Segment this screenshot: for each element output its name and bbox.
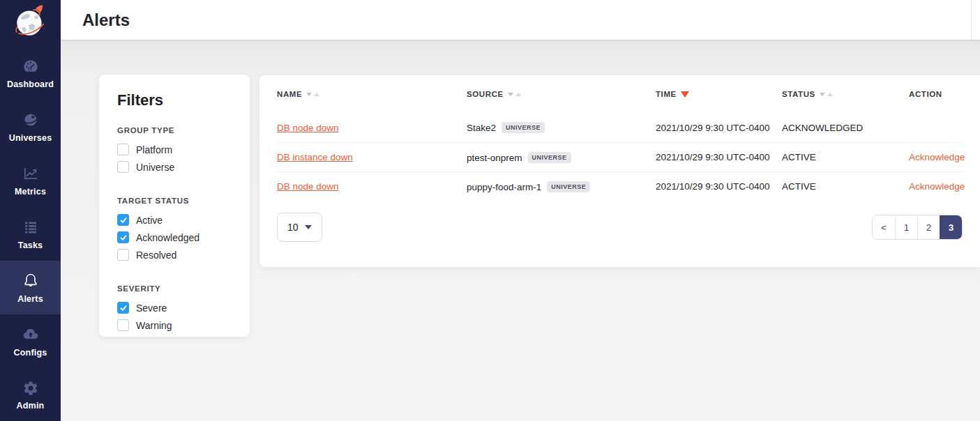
sidebar-item-universes[interactable]: Universes <box>0 100 61 153</box>
checkbox-checked[interactable] <box>117 231 129 243</box>
filter-section-label: SEVERITY <box>117 284 232 293</box>
sidebar-item-label: Admin <box>17 401 45 411</box>
filters-panel: Filters GROUP TYPE Platform Universe TAR… <box>99 75 250 337</box>
filter-option-label: Universe <box>136 162 174 173</box>
table-header-row: NAME SOURCE TIME STATUS ACTION <box>277 75 963 113</box>
sidebar-item-label: Alerts <box>17 294 43 304</box>
line-chart-icon <box>22 164 40 183</box>
alert-time: 2021/10/29 9:30 UTC-0400 <box>656 152 782 162</box>
sort-icons <box>306 93 319 96</box>
pagination-page-1-button[interactable]: 1 <box>895 215 917 239</box>
pagination-page-2-button[interactable]: 2 <box>917 215 940 239</box>
column-header-label: NAME <box>277 90 302 98</box>
checkbox-unchecked[interactable] <box>117 144 129 155</box>
pagination-page-3-button[interactable]: 3 <box>940 215 962 239</box>
sidebar-item-tasks[interactable]: Tasks <box>0 207 61 261</box>
page-title: Alerts <box>82 10 130 30</box>
acknowledge-link[interactable]: Acknowledge <box>909 152 965 162</box>
sidebar-item-label: Configs <box>14 348 47 358</box>
content-area: Filters GROUP TYPE Platform Universe TAR… <box>61 40 980 421</box>
filter-option-label: Active <box>136 215 163 226</box>
topbar-divider <box>971 0 972 40</box>
filter-option-active[interactable]: Active <box>117 214 232 226</box>
bell-icon <box>22 272 40 290</box>
filter-option-label: Platform <box>136 144 172 155</box>
column-header-source[interactable]: SOURCE <box>467 90 656 98</box>
filter-section-target-status: TARGET STATUS Active Acknowledged Resolv… <box>117 197 232 261</box>
filter-option-label: Acknowledged <box>136 232 199 243</box>
sidebar-item-label: Universes <box>9 133 52 143</box>
sidebar-item-dashboard[interactable]: Dashboard <box>0 46 61 100</box>
sort-icons <box>820 93 833 96</box>
filter-option-severe[interactable]: Severe <box>117 302 232 314</box>
filter-section-severity: SEVERITY Severe Warning <box>117 284 232 331</box>
sidebar: Dashboard Universes Metrics <box>0 0 61 421</box>
alerts-table: NAME SOURCE TIME STATUS ACTION <box>259 75 980 267</box>
table-row: DB instance down ptest-onpremUNIVERSE 20… <box>277 142 963 171</box>
alert-time: 2021/10/29 9:30 UTC-0400 <box>656 181 782 192</box>
checkbox-checked[interactable] <box>117 214 129 226</box>
checkbox-unchecked[interactable] <box>117 249 129 261</box>
planet-rocket-logo-icon <box>13 3 48 43</box>
gear-icon <box>22 380 39 397</box>
alert-status: ACTIVE <box>782 152 909 162</box>
page-size-dropdown[interactable]: 10 <box>277 213 322 242</box>
filter-option-warning[interactable]: Warning <box>117 319 232 331</box>
alert-status: ACTIVE <box>782 181 909 192</box>
sidebar-item-label: Tasks <box>18 240 43 250</box>
checkbox-checked[interactable] <box>117 302 129 314</box>
filter-option-label: Warning <box>136 320 172 331</box>
sidebar-item-label: Metrics <box>15 187 46 197</box>
source-type-badge: UNIVERSE <box>547 181 590 192</box>
filter-option-platform[interactable]: Platform <box>117 144 232 155</box>
cloud-upload-icon <box>22 326 40 344</box>
column-header-label: TIME <box>656 90 677 98</box>
checkbox-unchecked[interactable] <box>117 319 129 331</box>
source-type-badge: UNIVERSE <box>502 122 545 133</box>
filter-section-group-type: GROUP TYPE Platform Universe <box>117 126 232 173</box>
sidebar-item-alerts[interactable]: Alerts <box>0 261 61 314</box>
chevron-down-icon <box>305 225 312 229</box>
topbar: Alerts <box>61 0 980 40</box>
filter-option-label: Severe <box>136 303 167 314</box>
gauge-icon <box>22 57 40 75</box>
acknowledge-link[interactable]: Acknowledge <box>909 181 965 192</box>
checkbox-unchecked[interactable] <box>117 161 129 173</box>
alert-source: ptest-onprem <box>467 153 522 163</box>
pagination-prev-button[interactable]: < <box>873 215 895 239</box>
sidebar-item-metrics[interactable]: Metrics <box>0 153 61 207</box>
filter-option-universe[interactable]: Universe <box>117 161 232 173</box>
filter-section-label: GROUP TYPE <box>117 126 232 135</box>
column-header-label: ACTION <box>909 90 942 98</box>
sidebar-item-configs[interactable]: Configs <box>0 314 61 368</box>
column-header-label: SOURCE <box>467 90 504 98</box>
column-header-label: STATUS <box>782 90 815 98</box>
table-row: DB node down puppy-food-arm-1UNIVERSE 20… <box>277 171 963 201</box>
column-header-action: ACTION <box>909 90 963 98</box>
sidebar-item-label: Dashboard <box>7 79 54 89</box>
filter-option-resolved[interactable]: Resolved <box>117 249 232 261</box>
pagination: < 1 2 3 <box>872 215 963 240</box>
column-header-time[interactable]: TIME <box>656 90 782 98</box>
sort-icons <box>508 93 521 96</box>
column-header-name[interactable]: NAME <box>277 90 467 98</box>
table-footer: 10 < 1 2 3 <box>277 213 963 242</box>
sidebar-item-admin[interactable]: Admin <box>0 368 61 421</box>
filter-option-label: Resolved <box>136 250 176 261</box>
alert-name-link[interactable]: DB instance down <box>277 152 353 162</box>
filter-section-label: TARGET STATUS <box>117 197 232 205</box>
filters-title: Filters <box>117 91 232 109</box>
table-row: DB node down Stake2UNIVERSE 2021/10/29 9… <box>277 113 963 142</box>
filter-option-acknowledged[interactable]: Acknowledged <box>117 231 232 243</box>
column-header-status[interactable]: STATUS <box>782 90 909 98</box>
page-size-value: 10 <box>287 222 299 233</box>
alert-source: Stake2 <box>467 123 496 133</box>
source-type-badge: UNIVERSE <box>528 152 571 163</box>
alert-name-link[interactable]: DB node down <box>277 181 339 192</box>
alert-source: puppy-food-arm-1 <box>467 182 541 192</box>
sort-desc-icon <box>681 91 689 98</box>
alert-name-link[interactable]: DB node down <box>277 123 339 133</box>
globe-icon <box>22 111 40 129</box>
app-logo[interactable] <box>0 0 61 46</box>
alert-time: 2021/10/29 9:30 UTC-0400 <box>656 123 782 133</box>
